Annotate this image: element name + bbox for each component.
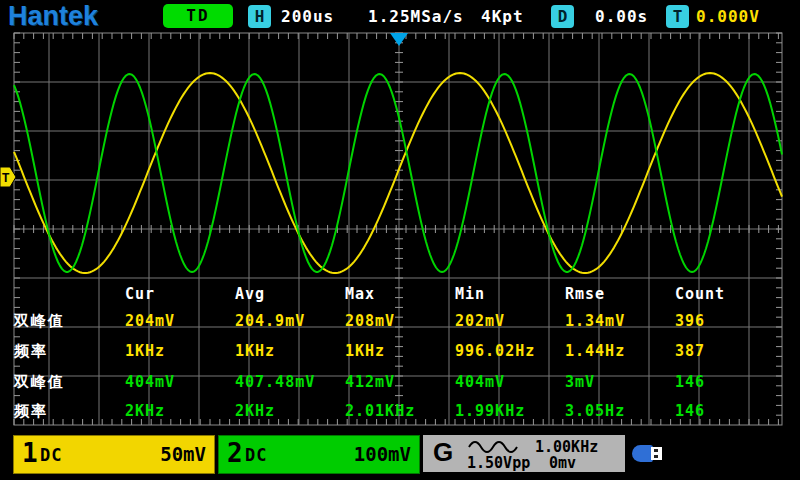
measure-cell: 1.44Hz (565, 342, 625, 360)
measure-cell: 204.9mV (235, 312, 305, 330)
trigger-position-marker[interactable] (390, 33, 408, 46)
measure-cell: 1KHz (125, 342, 165, 360)
measure-cell: 202mV (455, 312, 505, 330)
usb-body-shape (632, 445, 653, 462)
measure-cell: 396 (675, 312, 705, 330)
measure-cell: 3.05Hz (565, 402, 625, 420)
generator-status-box[interactable]: G 1.00KHz 1.50Vpp 0mv (423, 435, 625, 472)
measure-cell: 2KHz (125, 402, 165, 420)
measurement-table: Cur Avg Max Min Rmse Count 双峰值 204mV 204… (0, 0, 800, 480)
measure-cell: 387 (675, 342, 705, 360)
channel1-coupling: DC (40, 445, 62, 465)
measure-cell: 146 (675, 373, 705, 391)
measure-cell: 1.99KHz (455, 402, 525, 420)
measure-cell: 404mV (125, 373, 175, 391)
usb-device-icon (632, 444, 668, 463)
channel2-scale: 100mV (354, 443, 411, 465)
trigger-level-marker[interactable]: T (0, 167, 17, 188)
channel1-number: 1 (22, 438, 38, 468)
row-label: 频率 (14, 342, 48, 361)
measure-cell: 2.01KHz (345, 402, 415, 420)
measure-cell: 1.34mV (565, 312, 625, 330)
column-header-count: Count (675, 285, 725, 303)
generator-amplitude: 1.50Vpp (467, 454, 530, 472)
measure-cell: 1KHz (345, 342, 385, 360)
oscilloscope-screen: Hantek TD H 200us 1.25MSa/s 4Kpt D 0.00s… (0, 0, 800, 480)
measure-cell: 3mV (565, 373, 595, 391)
measure-cell: 2KHz (235, 402, 275, 420)
measure-cell: 996.02Hz (455, 342, 535, 360)
measure-cell: 1KHz (235, 342, 275, 360)
channel2-coupling: DC (245, 445, 267, 465)
measure-cell: 404mV (455, 373, 505, 391)
generator-label: G (433, 437, 453, 468)
bottom-bar: 1 DC 50mV 2 DC 100mV G 1.00KHz 1.50Vpp 0… (0, 435, 800, 480)
usb-plug-shape (651, 447, 662, 460)
measure-cell: 407.48mV (235, 373, 315, 391)
measure-cell: 146 (675, 402, 705, 420)
row-label: 双峰值 (14, 373, 65, 392)
measure-cell: 412mV (345, 373, 395, 391)
sine-wave-icon (467, 439, 519, 454)
measure-cell: 204mV (125, 312, 175, 330)
channel2-status-box[interactable]: 2 DC 100mV (218, 435, 420, 474)
channel1-status-box[interactable]: 1 DC 50mV (13, 435, 215, 474)
trigger-marker-label: T (2, 171, 10, 185)
channel2-number: 2 (227, 438, 243, 468)
row-label: 频率 (14, 402, 48, 421)
row-label: 双峰值 (14, 312, 65, 331)
measure-cell: 208mV (345, 312, 395, 330)
column-header-min: Min (455, 285, 485, 303)
column-header-avg: Avg (235, 285, 265, 303)
channel1-scale: 50mV (160, 443, 206, 465)
column-header-rmse: Rmse (565, 285, 605, 303)
column-header-max: Max (345, 285, 375, 303)
column-header-cur: Cur (125, 285, 155, 303)
generator-offset: 0mv (549, 454, 576, 472)
